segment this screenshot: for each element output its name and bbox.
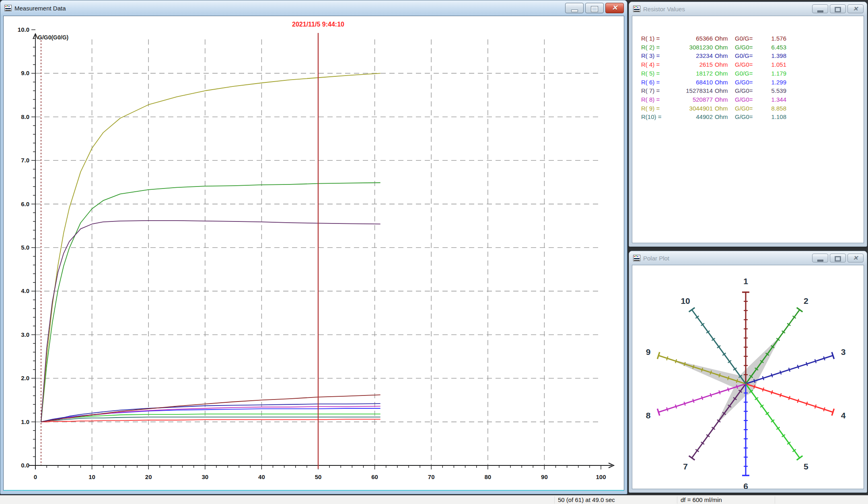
polar-titlebar[interactable]: Polar Plot ✕ — [629, 251, 867, 265]
radar-axis-endcap — [689, 456, 695, 460]
radar-axis-label: 10 — [681, 296, 690, 305]
minimize-icon — [817, 10, 823, 12]
resistor-label: R( 8) = — [641, 95, 668, 104]
radar-axis-tick — [666, 356, 668, 361]
radar-axis-tick — [675, 359, 677, 363]
radar-axis-tick — [798, 365, 799, 369]
y-tick-label: 3.0 — [21, 331, 29, 338]
window-title: Measurement Data — [14, 5, 66, 12]
resistor-value: 15278314 — [668, 86, 713, 95]
resistor-ratio-label: G/G0= — [732, 113, 759, 121]
window-title: Resistor Values — [643, 6, 685, 12]
resistor-label: R( 4) = — [641, 60, 668, 69]
radar-value-polygon — [668, 336, 781, 425]
resistor-value: 23234 — [668, 51, 713, 60]
measurement-window: Measurement Data ✕ 010203040506070809010… — [0, 0, 627, 494]
resistor-row: R( 7) =15278314OhmG/G0=5.539 — [641, 86, 860, 95]
close-button[interactable]: ✕ — [605, 3, 624, 13]
measurement-titlebar[interactable]: Measurement Data ✕ — [0, 0, 627, 16]
resistor-label: R( 6) = — [641, 78, 668, 87]
resistor-titlebar[interactable]: Resistor Values ✕ — [629, 2, 867, 16]
resistor-ratio-label: G/G0= — [732, 60, 759, 69]
resistor-ratio-value: 8.858 — [759, 104, 786, 113]
radar-axis-tick — [771, 390, 773, 394]
resistor-values-area: R( 1) =65366OhmG0/G=1.576R( 2) =3081230O… — [632, 16, 864, 243]
radar-axis-tick — [763, 387, 764, 391]
resistor-value: 44902 — [668, 113, 713, 121]
resistor-unit: Ohm — [713, 60, 732, 69]
resistor-label: R( 7) = — [641, 86, 668, 95]
resistor-unit: Ohm — [713, 95, 732, 104]
resistor-ratio-label: G/G0= — [732, 43, 759, 52]
radar-axis-label: 6 — [743, 481, 748, 489]
radar-axis-label: 8 — [646, 411, 651, 420]
resistor-value: 3081230 — [668, 43, 713, 52]
radar-axis-endcap — [797, 307, 803, 312]
resistor-value: 65366 — [668, 34, 713, 43]
resistor-row: R(10) =44902OhmG/G0=1.108 — [641, 113, 860, 121]
window-title: Polar Plot — [643, 255, 669, 262]
resistor-ratio-label: G0/G= — [732, 69, 759, 78]
resistor-ratio-value: 1.398 — [759, 51, 786, 60]
radar-axis-tick — [815, 359, 816, 363]
resistor-unit: Ohm — [713, 34, 732, 43]
maximize-icon — [591, 6, 598, 12]
minimize-button[interactable] — [565, 3, 584, 13]
resistor-ratio-value: 1.344 — [759, 95, 786, 104]
radar-axis-tick — [824, 408, 825, 412]
close-button[interactable]: ✕ — [847, 4, 864, 13]
y-tick-label: 7.0 — [21, 157, 29, 164]
radar-axis-tick — [684, 402, 685, 406]
resistor-row: R( 9) =3044901OhmG/G0=8.858 — [641, 104, 860, 113]
maximize-button[interactable] — [585, 3, 604, 13]
y-tick-label: 9.0 — [21, 70, 29, 76]
resistor-unit: Ohm — [713, 86, 732, 95]
resistor-row: R( 4) =2615OhmG/G0=1.051 — [641, 60, 860, 69]
y-tick-label: 10.0 — [18, 26, 29, 33]
series-line-R7 — [41, 221, 381, 422]
radar-axis-tick — [701, 396, 703, 400]
resistor-ratio-value: 1.299 — [759, 78, 786, 87]
line-chart[interactable]: 01020304050607080901000.01.02.03.04.05.0… — [4, 16, 624, 491]
x-tick-label: 70 — [428, 473, 435, 480]
resistor-ratio-label: G0/G= — [732, 34, 759, 43]
resistor-label: R( 3) = — [641, 51, 668, 60]
status-progress: 50 (of 61) at 49.0 sec — [558, 496, 615, 503]
resistor-row: R( 5) =18172OhmG0/G=1.179 — [641, 69, 860, 78]
x-tick-label: 50 — [315, 473, 322, 480]
radar-axis-tick — [666, 408, 668, 412]
radar-axis-tick — [763, 376, 764, 380]
x-tick-label: 30 — [202, 473, 208, 480]
x-tick-label: 80 — [484, 473, 491, 480]
status-bar: 50 (of 61) at 49.0 sec df = 600 ml/min — [0, 495, 868, 504]
y-tick-label: 2.0 — [21, 375, 29, 381]
resistor-ratio-value: 1.051 — [759, 60, 786, 69]
x-tick-label: 10 — [88, 473, 95, 480]
resistor-ratio-value: 5.539 — [759, 86, 786, 95]
resistor-ratio-label: G/G0= — [732, 95, 759, 104]
polar-plot-window: Polar Plot ✕ 12345678910 — [629, 251, 867, 493]
minimize-button[interactable] — [812, 4, 828, 13]
radar-axis-label: 1 — [743, 277, 748, 286]
x-tick-label: 60 — [371, 473, 378, 480]
radar-axis-label: 9 — [646, 347, 651, 356]
y-axis-annotation: G/G0(G0/G) — [38, 34, 68, 41]
close-button[interactable]: ✕ — [847, 254, 864, 262]
resistor-row: R( 3) =23234OhmG0/G=1.398 — [641, 51, 860, 60]
resistor-value: 520877 — [668, 95, 713, 104]
resistor-unit: Ohm — [713, 69, 732, 78]
radar-axis-tick — [780, 393, 781, 397]
radar-axis-tick — [815, 405, 816, 409]
x-tick-label: 90 — [541, 473, 548, 480]
maximize-button[interactable] — [830, 254, 846, 262]
app-icon — [633, 6, 640, 12]
maximize-button[interactable] — [830, 4, 846, 13]
app-icon — [4, 5, 12, 11]
radar-axis-tick — [789, 396, 790, 400]
y-tick-label: 5.0 — [21, 244, 29, 251]
radar-axis-tick — [806, 402, 807, 406]
radar-axis-label: 7 — [683, 462, 688, 471]
minimize-button[interactable] — [812, 254, 828, 262]
resistor-label: R( 9) = — [641, 104, 668, 113]
resistor-ratio-label: G/G0= — [732, 104, 759, 113]
